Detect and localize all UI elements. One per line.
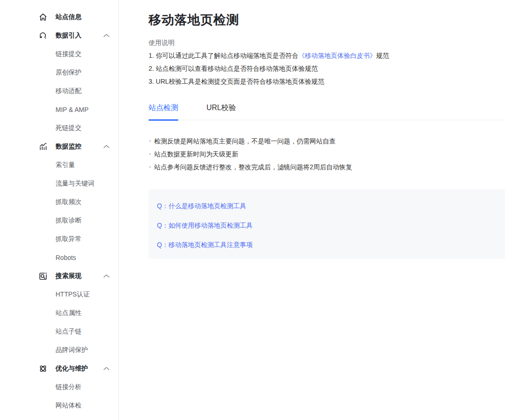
instruction-text: 3. URL校验工具是检测提交页面是否符合移动落地页体验规范 — [149, 78, 324, 85]
faq-question-link[interactable]: Q：什么是移动落地页检测工具 — [157, 202, 497, 210]
sidebar-section-label: 优化与维护 — [56, 364, 103, 373]
sidebar-item[interactable]: MIP & AMP — [0, 100, 118, 119]
sidebar-item[interactable]: HTTPS认证 — [0, 285, 118, 304]
faq-question-link[interactable]: Q：移动落地页检测工具注意事项 — [157, 241, 497, 248]
sidebar-section-header[interactable]: 数据引入 — [0, 26, 118, 45]
sidebar-item[interactable]: 链接分析 — [0, 378, 118, 396]
sidebar-item[interactable]: 抓取诊断 — [0, 211, 118, 230]
sidebar-section-header[interactable]: 搜索展现 — [0, 267, 118, 285]
note-item: 站点参考问题反馈进行整改，整改完成后，滤镜问题将2周后自动恢复 — [149, 161, 505, 173]
sidebar-item[interactable]: 移动适配 — [0, 82, 118, 100]
chevron-up-icon[interactable] — [103, 274, 110, 278]
sidebar-item[interactable]: 原创保护 — [0, 63, 118, 82]
sidebar-item[interactable]: Robots — [0, 248, 118, 267]
sidebar-section-header[interactable]: 数据监控 — [0, 137, 118, 156]
instruction-line: 1. 你可以通过此工具了解站点移动端落地页是否符合《移动落地页体验白皮书》规范 — [149, 49, 505, 62]
instructions: 1. 你可以通过此工具了解站点移动端落地页是否符合《移动落地页体验白皮书》规范2… — [149, 49, 505, 88]
optimize-icon — [38, 364, 48, 374]
note-item: 检测反馈是网站落地页主要问题，不是唯一问题，仍需网站自查 — [149, 135, 505, 148]
faq-box: Q：什么是移动落地页检测工具Q：如何使用移动落地页检测工具Q：移动落地页检测工具… — [149, 189, 505, 259]
sidebar-item[interactable]: 索引量 — [0, 156, 118, 174]
usage-label: 使用说明 — [149, 38, 505, 47]
tab-url-verify[interactable]: URL校验 — [206, 104, 236, 121]
sidebar-section-label: 数据监控 — [56, 142, 103, 151]
sidebar-item[interactable]: 流量与关键词 — [0, 174, 118, 193]
instruction-text: 1. 你可以通过此工具了解站点移动端落地页是否符合 — [149, 52, 299, 59]
sidebar-item[interactable]: 抓取异常 — [0, 230, 118, 248]
data-monitor-icon — [38, 142, 48, 152]
note-item: 站点数据更新时间为天级更新 — [149, 148, 505, 161]
sidebar-item[interactable]: 抓取频次 — [0, 193, 118, 211]
sidebar-section-label: 数据引入 — [56, 31, 103, 40]
instruction-text: 规范 — [376, 52, 389, 59]
page-title: 移动落地页检测 — [149, 13, 505, 27]
instruction-text: 2. 站点检测可以查看移动站点是否符合移动落地页体验规范 — [149, 65, 318, 72]
sidebar-item[interactable]: 品牌词保护 — [0, 341, 118, 359]
data-import-icon — [38, 31, 48, 41]
home-icon — [38, 12, 48, 22]
sidebar-item[interactable]: 死链提交 — [0, 119, 118, 137]
sidebar-item[interactable]: 链接提交 — [0, 45, 118, 63]
tab-site-check[interactable]: 站点检测 — [149, 104, 178, 121]
main-content: 移动落地页检测 使用说明 1. 你可以通过此工具了解站点移动端落地页是否符合《移… — [149, 0, 505, 259]
sidebar: 站点信息 数据引入链接提交原创保护移动适配MIP & AMP死链提交 数据监控索… — [0, 0, 119, 420]
chevron-up-icon[interactable] — [103, 145, 110, 148]
notes-list: 检测反馈是网站落地页主要问题，不是唯一问题，仍需网站自查站点数据更新时间为天级更… — [149, 135, 505, 173]
sidebar-section-header[interactable]: 站点信息 — [0, 8, 118, 26]
instruction-line: 3. URL校验工具是检测提交页面是否符合移动落地页体验规范 — [149, 75, 505, 88]
faq-question-link[interactable]: Q：如何使用移动落地页检测工具 — [157, 222, 497, 229]
tab-bar: 站点检测URL校验 — [149, 104, 505, 120]
sidebar-section-header[interactable]: 优化与维护 — [0, 359, 118, 378]
sidebar-section-label: 站点信息 — [56, 13, 110, 21]
search-display-icon — [38, 271, 48, 281]
chevron-up-icon[interactable] — [103, 367, 110, 371]
instruction-line: 2. 站点检测可以查看移动站点是否符合移动落地页体验规范 — [149, 62, 505, 75]
sidebar-item[interactable]: 站点子链 — [0, 322, 118, 341]
sidebar-item[interactable]: 站点属性 — [0, 304, 118, 322]
sidebar-item[interactable]: 网站体检 — [0, 396, 118, 415]
sidebar-section-label: 搜索展现 — [56, 272, 103, 280]
chevron-up-icon[interactable] — [103, 34, 110, 37]
whitepaper-link[interactable]: 《移动落地页体验白皮书》 — [299, 52, 376, 59]
